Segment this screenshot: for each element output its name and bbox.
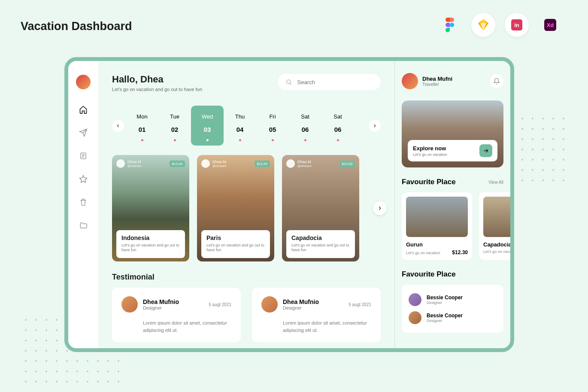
calendar-day[interactable]: Sat06 <box>321 106 354 146</box>
profile-avatar[interactable] <box>402 73 418 89</box>
sidebar-nav <box>79 105 88 230</box>
person-item[interactable]: Bessie CooperDesigner <box>409 309 497 327</box>
calendar-day[interactable]: Mon01 <box>126 106 158 146</box>
sidebar-avatar[interactable] <box>76 75 91 89</box>
calendar-day[interactable]: Thu04 <box>224 106 256 146</box>
trip-card[interactable]: Dhea M@dheam $12,20 IndonesiaLet's go on… <box>112 155 189 261</box>
testimonial-name: Dhea Mufnio <box>283 298 343 305</box>
trip-user-handle: @dheam <box>212 164 252 168</box>
testimonial-card: Dhea MufnioDesigner 5 augt 2021 Lorem ip… <box>252 288 381 342</box>
testimonial-name: Dhea Mufnio <box>143 298 203 305</box>
trip-user-name: Dhea M <box>297 160 337 164</box>
trip-avatar <box>201 159 210 168</box>
search-icon <box>285 78 292 86</box>
profile-role: Traveller <box>422 82 485 87</box>
testimonial-heading: Testimonial <box>112 273 381 282</box>
calendar-day[interactable]: Sat06 <box>289 106 321 146</box>
favourite-cards: Gurun Let's go on vacation$12.30 Capadoc… <box>402 192 503 260</box>
favourite-image <box>406 197 468 237</box>
favourite-price: $12.30 <box>452 249 468 255</box>
nav-trash-icon[interactable] <box>79 198 88 207</box>
person-name: Bessie Cooper <box>427 313 463 319</box>
people-list: Bessie CooperDesigner Bessie CooperDesig… <box>402 285 503 333</box>
calendar-day-active[interactable]: Wed03 <box>191 106 224 146</box>
svg-point-0 <box>450 23 454 27</box>
calendar-day[interactable]: Tue02 <box>158 106 191 146</box>
promo-banner: Explore nowLet's go on vacation <box>402 100 503 167</box>
calendar-prev-button[interactable] <box>112 120 124 132</box>
greeting-subtitle: Let's go on vacation and go out to have … <box>112 87 202 92</box>
trip-price: $12,20 <box>170 161 185 167</box>
search-input[interactable] <box>297 79 373 85</box>
page-title: Vacation Dashboard <box>21 20 132 33</box>
trip-card[interactable]: Dhea M@dheam $12,20 CapadociaLet's go on… <box>282 155 359 261</box>
trip-user-name: Dhea M <box>127 160 167 164</box>
favourite-image <box>483 197 510 237</box>
invision-icon: in <box>505 13 529 37</box>
favourite-title: Gurun <box>406 241 468 248</box>
trip-price: $12,20 <box>255 161 270 167</box>
trip-card[interactable]: Dhea M@dheam $12,20 ParisLet's go on vac… <box>197 155 274 261</box>
trip-user-handle: @dheam <box>297 164 337 168</box>
app-window: Hallo, Dhea Let's go on vacation and go … <box>64 57 514 352</box>
person-role: Designer <box>427 319 463 323</box>
person-avatar <box>409 293 421 306</box>
trip-title: Capadocia <box>291 234 350 241</box>
search-box[interactable] <box>278 74 381 90</box>
trip-desc: Let's go on vacation and go out to have … <box>121 243 180 253</box>
testimonial-role: Designer <box>283 305 343 310</box>
nav-note-icon[interactable] <box>79 151 88 161</box>
sketch-icon <box>471 13 495 37</box>
person-avatar <box>409 311 421 324</box>
greeting: Hallo, Dhea Let's go on vacation and go … <box>112 74 202 92</box>
calendar-strip: Mon01 Tue02 Wed03 Thu04 Fri05 Sat06 Sat0… <box>112 106 381 146</box>
favourite-heading-2: Favourite Place <box>402 270 456 279</box>
view-all-link[interactable]: View All <box>488 180 503 185</box>
favourite-heading-row: Favourite Place View All <box>402 178 503 186</box>
promo-subtitle: Let's go on vacation <box>413 152 479 157</box>
trip-avatar <box>286 159 295 168</box>
favourite-sub: Let's go on vacation <box>483 249 510 254</box>
arrow-right-icon <box>482 147 489 154</box>
favourite-heading-row-2: Favourite Place <box>402 270 503 279</box>
calendar-next-button[interactable] <box>369 120 381 132</box>
testimonial-date: 5 augt 2021 <box>349 302 371 307</box>
design-tool-icons: in Xd <box>438 13 562 37</box>
nav-home-icon[interactable] <box>79 105 88 114</box>
xd-icon: Xd <box>538 13 562 37</box>
testimonials: Dhea MufnioDesigner 5 augt 2021 Lorem ip… <box>112 288 381 342</box>
trip-avatar <box>116 159 125 168</box>
nav-send-icon[interactable] <box>79 128 88 137</box>
person-name: Bessie Cooper <box>427 295 463 301</box>
trip-desc: Let's go on vacation and go out to have … <box>206 243 265 253</box>
favourite-title: Capadocia <box>483 241 510 248</box>
figma-icon <box>438 13 462 37</box>
profile-name: Dhea Mufni <box>422 76 485 82</box>
profile: Dhea MufniTraveller <box>402 73 503 89</box>
trip-title: Indonesia <box>121 234 180 241</box>
promo-arrow-button[interactable] <box>479 144 492 157</box>
right-panel: Dhea MufniTraveller Explore nowLet's go … <box>394 61 510 348</box>
trip-title: Paris <box>206 234 265 241</box>
favourite-card[interactable]: Capadocia Let's go on vacation <box>479 192 510 260</box>
testimonial-avatar <box>121 296 138 313</box>
favourite-card[interactable]: Gurun Let's go on vacation$12.30 <box>402 192 472 260</box>
notification-button[interactable] <box>490 74 503 88</box>
trips-carousel: Dhea M@dheam $12,20 IndonesiaLet's go on… <box>112 155 381 261</box>
svg-point-6 <box>287 80 291 84</box>
nav-folder-icon[interactable] <box>79 221 88 230</box>
promo-card: Explore nowLet's go on vacation <box>408 140 497 161</box>
promo-title: Explore now <box>413 145 479 152</box>
person-role: Designer <box>427 301 463 305</box>
testimonial-avatar <box>261 296 278 313</box>
trip-price: $12,20 <box>339 161 355 167</box>
testimonial-date: 5 augt 2021 <box>209 302 231 307</box>
trips-next-button[interactable] <box>373 201 387 215</box>
trip-desc: Let's go on vacation and go out to have … <box>291 243 350 253</box>
calendar-day[interactable]: Fri05 <box>256 106 289 146</box>
sidebar <box>68 61 98 348</box>
testimonial-body: Lorem ipsum dolor sit amet, consectetur … <box>121 319 231 334</box>
person-item[interactable]: Bessie CooperDesigner <box>409 291 497 309</box>
bell-icon <box>493 78 500 85</box>
nav-star-icon[interactable] <box>79 174 88 184</box>
